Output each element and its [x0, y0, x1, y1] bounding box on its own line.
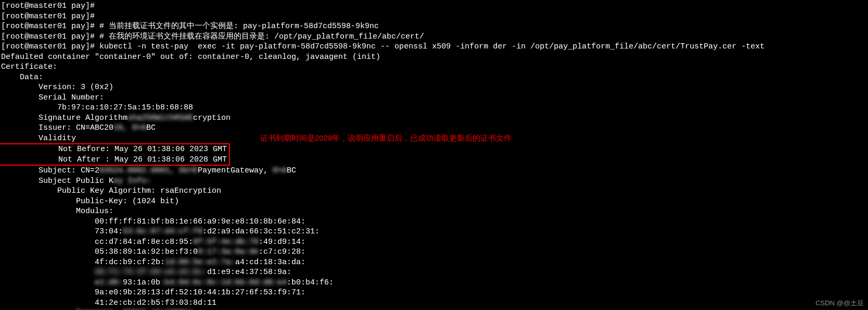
- output-line: Certificate:: [1, 62, 867, 72]
- output-line: 05:38:89:1a:92:be:f3:00:17:3a:0a:de:c7:c…: [1, 247, 867, 257]
- validity-block: Not Before: May 26 01:38:06 2023 GMT Not…: [1, 143, 867, 166]
- prompt-line: [root@master01 pay]#: [1, 11, 867, 22]
- output-line: Data:: [1, 72, 867, 83]
- output-line: 73:04:53:6c:87:d4:cf:f0:d2:a9:da:66:3c:5…: [1, 227, 867, 237]
- output-line: 41:2e:cb:d2:b5:f3:03:8d:11: [1, 298, 867, 308]
- output-line: Defaulted container "container-0" out of…: [1, 52, 867, 63]
- not-after-line: Not After : May 26 01:38:06 2028 GMT: [2, 155, 227, 165]
- output-line: Exponent: 65537 (0x10001): [1, 308, 867, 310]
- prompt-line: [root@master01 pay]#: [1, 1, 867, 11]
- output-line: Subject Public Key Info:: [1, 176, 867, 187]
- output-line: Modulus:: [1, 206, 867, 217]
- annotation-text: 证书到期时间是2028年，说明应用重启后，已成功读取更新后的证书文件: [260, 133, 512, 143]
- watermark: CSDN @@土豆: [815, 299, 864, 308]
- output-line: e1:d0:93:1a:0b:b4:0d:6c:8c:1d:bb:0d:d8:e…: [1, 278, 867, 288]
- output-line: Version: 3 (0x2): [1, 82, 867, 93]
- output-line: Serial Number:: [1, 93, 867, 103]
- output-line: d9:f2:79:3f:09:e6:d4:8c:d1:e9:e4:37:58:9…: [1, 267, 867, 278]
- output-line: 7b:97:ca:10:27:5a:15:b8:68:88: [1, 103, 867, 113]
- comment-line: [root@master01 pay]# # 当前挂载证书文件的其中一个实例是:…: [1, 21, 867, 32]
- output-line: Public-Key: (1024 bit): [1, 196, 867, 207]
- not-before-line: Not Before: May 26 01:38:06 2023 GMT: [2, 144, 227, 155]
- output-line: Issuer: CN=ABC2018, O=ABC: [1, 123, 867, 133]
- output-line: 9a:e0:9b:28:13:df:52:10:44:1b:27:6f:53:f…: [1, 288, 867, 298]
- highlighted-validity: Not Before: May 26 01:38:06 2023 GMT Not…: [0, 143, 230, 166]
- output-line: Public Key Algorithm: rsaEncryption: [1, 186, 867, 196]
- output-line: Signature Algorithmsha256WithRSAEcryptio…: [1, 113, 867, 123]
- output-line: 4f:dc:b9:cf:2b:1d:88:5e:e2:7a:a4:cd:18:3…: [1, 257, 867, 268]
- output-line: cc:d7:84:af:8e:c8:95:0f:5f:4e:db:76:49:d…: [1, 237, 867, 247]
- comment-line: [root@master01 pay]# # 在我的环境证书文件挂载在容器应用的…: [1, 32, 867, 42]
- terminal-output: [root@master01 pay]# [root@master01 pay]…: [1, 1, 867, 310]
- output-line: Subject: CN=203524.0002.0001, OU=EPaymen…: [1, 166, 867, 176]
- output-line: 00:ff:ff:81:bf:b8:1e:66:a9:9e:e8:10:8b:6…: [1, 217, 867, 227]
- command-line: [root@master01 pay]# kubectl -n test-pay…: [1, 42, 867, 52]
